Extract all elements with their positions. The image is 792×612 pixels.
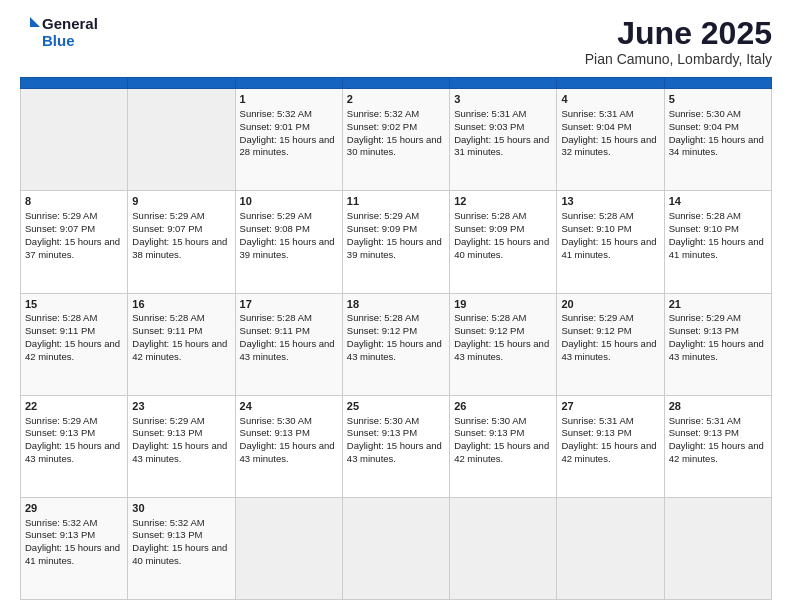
table-row: 17Sunrise: 5:28 AMSunset: 9:11 PMDayligh…	[235, 293, 342, 395]
table-row: 29Sunrise: 5:32 AMSunset: 9:13 PMDayligh…	[21, 497, 128, 599]
day-number: 17	[240, 297, 338, 312]
calendar-week-1: 1Sunrise: 5:32 AMSunset: 9:01 PMDaylight…	[21, 89, 772, 191]
day-number: 19	[454, 297, 552, 312]
table-row: 27Sunrise: 5:31 AMSunset: 9:13 PMDayligh…	[557, 395, 664, 497]
day-number: 29	[25, 501, 123, 516]
table-row: 12Sunrise: 5:28 AMSunset: 9:09 PMDayligh…	[450, 191, 557, 293]
col-wednesday	[342, 78, 449, 89]
table-row: 25Sunrise: 5:30 AMSunset: 9:13 PMDayligh…	[342, 395, 449, 497]
table-row: 15Sunrise: 5:28 AMSunset: 9:11 PMDayligh…	[21, 293, 128, 395]
table-row	[557, 497, 664, 599]
calendar-table: 1Sunrise: 5:32 AMSunset: 9:01 PMDaylight…	[20, 77, 772, 600]
table-row: 9Sunrise: 5:29 AMSunset: 9:07 PMDaylight…	[128, 191, 235, 293]
day-number: 27	[561, 399, 659, 414]
table-row: 3Sunrise: 5:31 AMSunset: 9:03 PMDaylight…	[450, 89, 557, 191]
table-row: 30Sunrise: 5:32 AMSunset: 9:13 PMDayligh…	[128, 497, 235, 599]
table-row: 21Sunrise: 5:29 AMSunset: 9:13 PMDayligh…	[664, 293, 771, 395]
day-number: 22	[25, 399, 123, 414]
calendar-week-5: 29Sunrise: 5:32 AMSunset: 9:13 PMDayligh…	[21, 497, 772, 599]
logo-general: General	[42, 16, 98, 33]
day-number: 4	[561, 92, 659, 107]
table-row: 13Sunrise: 5:28 AMSunset: 9:10 PMDayligh…	[557, 191, 664, 293]
svg-marker-0	[30, 17, 40, 27]
day-number: 11	[347, 194, 445, 209]
table-row	[235, 497, 342, 599]
day-number: 16	[132, 297, 230, 312]
table-row: 8Sunrise: 5:29 AMSunset: 9:07 PMDaylight…	[21, 191, 128, 293]
col-saturday	[664, 78, 771, 89]
table-row: 10Sunrise: 5:29 AMSunset: 9:08 PMDayligh…	[235, 191, 342, 293]
day-number: 9	[132, 194, 230, 209]
col-sunday	[21, 78, 128, 89]
table-row: 24Sunrise: 5:30 AMSunset: 9:13 PMDayligh…	[235, 395, 342, 497]
table-row	[21, 89, 128, 191]
col-thursday	[450, 78, 557, 89]
table-row	[128, 89, 235, 191]
title-block: June 2025 Pian Camuno, Lombardy, Italy	[585, 16, 772, 67]
table-row: 22Sunrise: 5:29 AMSunset: 9:13 PMDayligh…	[21, 395, 128, 497]
day-number: 3	[454, 92, 552, 107]
day-number: 21	[669, 297, 767, 312]
calendar-week-4: 22Sunrise: 5:29 AMSunset: 9:13 PMDayligh…	[21, 395, 772, 497]
day-number: 2	[347, 92, 445, 107]
page: General Blue June 2025 Pian Camuno, Lomb…	[0, 0, 792, 612]
table-row: 20Sunrise: 5:29 AMSunset: 9:12 PMDayligh…	[557, 293, 664, 395]
calendar-header-row	[21, 78, 772, 89]
day-number: 23	[132, 399, 230, 414]
table-row	[450, 497, 557, 599]
calendar-week-3: 15Sunrise: 5:28 AMSunset: 9:11 PMDayligh…	[21, 293, 772, 395]
col-friday	[557, 78, 664, 89]
day-number: 15	[25, 297, 123, 312]
calendar-week-2: 8Sunrise: 5:29 AMSunset: 9:07 PMDaylight…	[21, 191, 772, 293]
table-row: 28Sunrise: 5:31 AMSunset: 9:13 PMDayligh…	[664, 395, 771, 497]
table-row: 4Sunrise: 5:31 AMSunset: 9:04 PMDaylight…	[557, 89, 664, 191]
table-row	[664, 497, 771, 599]
table-row: 2Sunrise: 5:32 AMSunset: 9:02 PMDaylight…	[342, 89, 449, 191]
location: Pian Camuno, Lombardy, Italy	[585, 51, 772, 67]
table-row: 19Sunrise: 5:28 AMSunset: 9:12 PMDayligh…	[450, 293, 557, 395]
table-row: 16Sunrise: 5:28 AMSunset: 9:11 PMDayligh…	[128, 293, 235, 395]
day-number: 28	[669, 399, 767, 414]
day-number: 30	[132, 501, 230, 516]
table-row: 1Sunrise: 5:32 AMSunset: 9:01 PMDaylight…	[235, 89, 342, 191]
header: General Blue June 2025 Pian Camuno, Lomb…	[20, 16, 772, 67]
day-number: 5	[669, 92, 767, 107]
day-number: 14	[669, 194, 767, 209]
table-row: 14Sunrise: 5:28 AMSunset: 9:10 PMDayligh…	[664, 191, 771, 293]
day-number: 25	[347, 399, 445, 414]
day-number: 24	[240, 399, 338, 414]
logo: General Blue	[20, 16, 98, 49]
day-number: 20	[561, 297, 659, 312]
day-number: 26	[454, 399, 552, 414]
table-row: 23Sunrise: 5:29 AMSunset: 9:13 PMDayligh…	[128, 395, 235, 497]
day-number: 18	[347, 297, 445, 312]
table-row	[342, 497, 449, 599]
day-number: 13	[561, 194, 659, 209]
table-row: 26Sunrise: 5:30 AMSunset: 9:13 PMDayligh…	[450, 395, 557, 497]
day-number: 1	[240, 92, 338, 107]
month-title: June 2025	[585, 16, 772, 51]
col-tuesday	[235, 78, 342, 89]
table-row: 11Sunrise: 5:29 AMSunset: 9:09 PMDayligh…	[342, 191, 449, 293]
logo-blue: Blue	[42, 33, 98, 50]
day-number: 10	[240, 194, 338, 209]
day-number: 12	[454, 194, 552, 209]
table-row: 18Sunrise: 5:28 AMSunset: 9:12 PMDayligh…	[342, 293, 449, 395]
table-row: 5Sunrise: 5:30 AMSunset: 9:04 PMDaylight…	[664, 89, 771, 191]
day-number: 8	[25, 194, 123, 209]
col-monday	[128, 78, 235, 89]
